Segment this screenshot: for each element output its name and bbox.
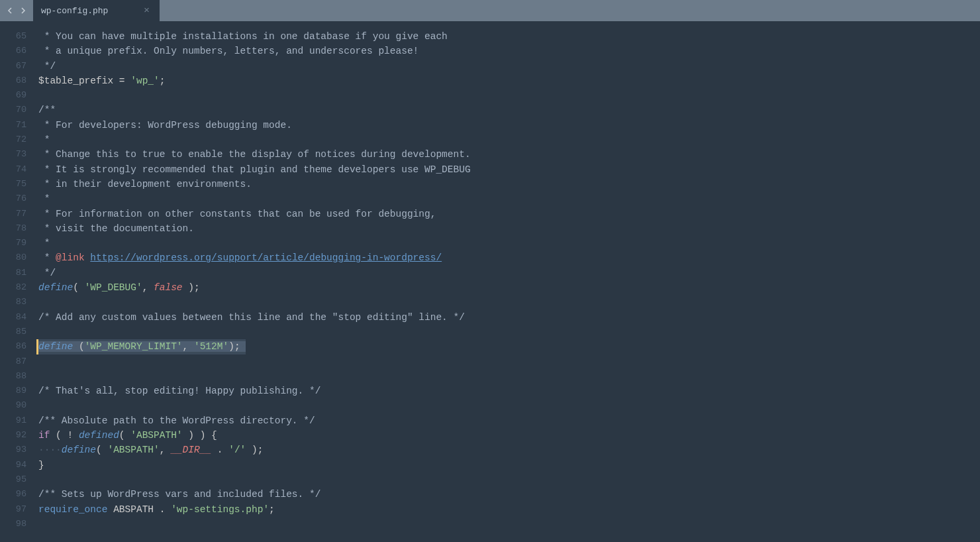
line-number: 94 <box>0 458 26 472</box>
code-line[interactable] <box>38 369 980 384</box>
code-line[interactable]: * You can have multiple installations in… <box>38 29 980 44</box>
scrollbar[interactable] <box>971 21 979 542</box>
code-area[interactable]: * You can have multiple installations in… <box>38 21 980 542</box>
code-line[interactable]: } <box>38 458 980 472</box>
line-number: 90 <box>0 398 26 413</box>
code-line[interactable] <box>38 354 980 369</box>
code-line[interactable]: /* Add any custom values between this li… <box>38 310 980 325</box>
code-line[interactable]: if ( ! defined( 'ABSPATH' ) ) { <box>38 428 980 443</box>
code-line[interactable] <box>38 517 980 531</box>
code-line[interactable]: /** Absolute path to the WordPress direc… <box>38 413 980 428</box>
line-number: 89 <box>0 384 26 398</box>
code-line[interactable]: $table_prefix = 'wp_'; <box>38 74 980 88</box>
code-line[interactable]: ····define( 'ABSPATH', __DIR__ . '/' ); <box>38 443 980 457</box>
code-line[interactable] <box>38 398 980 413</box>
code-line[interactable]: */ <box>38 59 980 74</box>
line-number: 65 <box>0 29 26 44</box>
line-number: 85 <box>0 325 26 339</box>
nav-arrows <box>0 0 33 21</box>
code-line[interactable] <box>38 472 980 487</box>
code-line[interactable]: * For information on other constants tha… <box>38 207 980 221</box>
code-line[interactable]: * in their development environments. <box>38 177 980 191</box>
code-line[interactable] <box>38 325 980 339</box>
line-number: 70 <box>0 103 26 117</box>
code-line[interactable]: * <box>38 236 980 250</box>
line-number: 80 <box>0 250 26 265</box>
line-number: 74 <box>0 162 26 177</box>
line-number: 81 <box>0 266 26 280</box>
line-number: 73 <box>0 147 26 162</box>
line-number: 92 <box>0 428 26 443</box>
code-line[interactable]: /* That's all, stop editing! Happy publi… <box>38 384 980 398</box>
code-line[interactable] <box>38 295 980 309</box>
line-number: 87 <box>0 354 26 369</box>
line-number: 68 <box>0 74 26 88</box>
code-line[interactable]: * a unique prefix. Only numbers, letters… <box>38 44 980 58</box>
line-number: 77 <box>0 207 26 221</box>
code-line[interactable]: define·('WP_MEMORY_LIMIT',·'512M');· <box>38 339 980 354</box>
line-number: 71 <box>0 118 26 133</box>
line-number: 95 <box>0 472 26 487</box>
code-line[interactable]: /** Sets up WordPress vars and included … <box>38 487 980 502</box>
line-number: 72 <box>0 133 26 147</box>
code-line[interactable]: * <box>38 133 980 147</box>
line-number: 66 <box>0 44 26 58</box>
code-line[interactable]: * <box>38 191 980 206</box>
gutter: 6566676869707172737475767778798081828384… <box>0 21 38 542</box>
code-line[interactable]: * It is strongly recommended that plugin… <box>38 162 980 177</box>
line-number: 76 <box>0 191 26 206</box>
line-number: 93 <box>0 443 26 457</box>
code-line[interactable]: */ <box>38 266 980 280</box>
file-tab[interactable]: wp-config.php × <box>33 0 160 21</box>
line-number: 83 <box>0 295 26 309</box>
line-number: 96 <box>0 487 26 502</box>
code-line[interactable]: * Change this to true to enable the disp… <box>38 147 980 162</box>
code-line[interactable]: /** <box>38 103 980 117</box>
code-line[interactable]: * @link https://wordpress.org/support/ar… <box>38 250 980 265</box>
code-line[interactable]: * For developers: WordPress debugging mo… <box>38 118 980 133</box>
line-number: 79 <box>0 236 26 250</box>
code-line[interactable]: * visit the documentation. <box>38 221 980 236</box>
line-number: 78 <box>0 221 26 236</box>
title-bar: wp-config.php × <box>0 0 980 21</box>
nav-back-icon[interactable] <box>4 5 16 17</box>
line-number: 97 <box>0 502 26 517</box>
code-line[interactable] <box>38 88 980 103</box>
line-number: 69 <box>0 88 26 103</box>
nav-forward-icon[interactable] <box>17 5 29 17</box>
line-number: 67 <box>0 59 26 74</box>
code-line[interactable]: define( 'WP_DEBUG', false ); <box>38 280 980 295</box>
close-icon[interactable]: × <box>141 5 152 16</box>
line-number: 75 <box>0 177 26 191</box>
tab-title: wp-config.php <box>41 6 108 16</box>
editor: 6566676869707172737475767778798081828384… <box>0 21 980 542</box>
line-number: 91 <box>0 413 26 428</box>
line-number: 86 <box>0 339 26 354</box>
code-line[interactable]: require_once ABSPATH . 'wp-settings.php'… <box>38 502 980 517</box>
line-number: 82 <box>0 280 26 295</box>
line-number: 98 <box>0 517 26 531</box>
line-number: 88 <box>0 369 26 384</box>
line-number: 84 <box>0 310 26 325</box>
